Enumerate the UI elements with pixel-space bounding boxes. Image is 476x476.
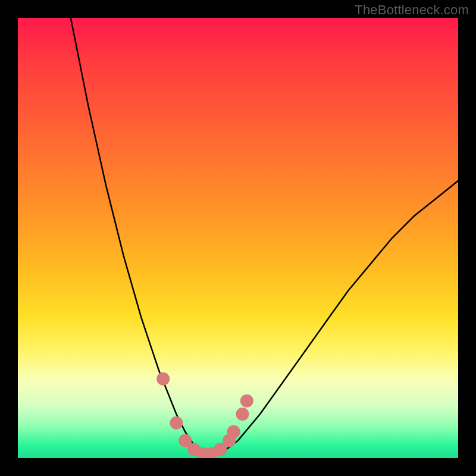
plot-area xyxy=(18,18,458,458)
curve-marker xyxy=(170,416,183,430)
bottleneck-curve-path xyxy=(71,18,458,456)
curve-marker xyxy=(236,408,249,421)
curve-markers xyxy=(156,372,253,458)
chart-frame: TheBottleneck.com xyxy=(0,0,476,476)
curve-layer xyxy=(18,18,458,458)
curve-marker xyxy=(240,394,253,408)
curve-marker xyxy=(227,425,240,439)
watermark-text: TheBottleneck.com xyxy=(355,2,469,18)
bottleneck-curve xyxy=(71,18,458,456)
curve-marker xyxy=(156,372,170,386)
